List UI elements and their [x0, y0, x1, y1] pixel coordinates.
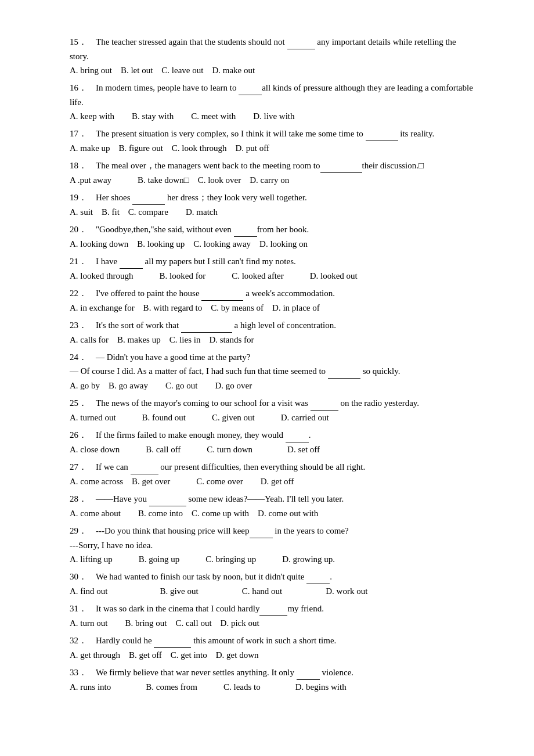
question-block-30: 30． We had wanted to finish our task by …: [70, 570, 476, 598]
question-number-30: 30．: [70, 572, 96, 581]
question-options-30: A. find out B. give out C. hand out D. w…: [70, 584, 476, 598]
question-number-28: 28．: [70, 494, 96, 503]
question-options-33: A. runs into B. comes from C. leads to D…: [70, 680, 476, 694]
question-options-32: A. get through B. get off C. get into D.…: [70, 648, 476, 662]
question-options-29: A. lifting up B. going up C. bringing up…: [70, 552, 476, 566]
question-options-19: A. suit B. fit C. compare D. match: [70, 205, 476, 219]
question-block-29: 29． ---Do you think that housing price w…: [70, 524, 476, 566]
question-options-20: A. looking down B. looking up C. looking…: [70, 237, 476, 251]
question-text-20: 20． "Goodbye,then,"she said, without eve…: [70, 222, 476, 237]
question-text-30: 30． We had wanted to finish our task by …: [70, 570, 476, 584]
question-options-31: A. turn out B. bring out C. call out D. …: [70, 616, 476, 630]
question-block-16: 16． In modern times, people have to lear…: [70, 81, 476, 123]
question-text-29: ---Sorry, I have no idea.: [70, 538, 476, 552]
question-number-16: 16．: [70, 83, 96, 92]
question-text-29: 29． ---Do you think that housing price w…: [70, 524, 476, 538]
question-number-20: 20．: [70, 225, 96, 234]
question-block-33: 33． We firmly believe that war never set…: [70, 665, 476, 694]
question-block-21: 21． I have all my papers but I still can…: [70, 254, 476, 283]
question-text-24: — Of course I did. As a matter of fact, …: [70, 364, 476, 379]
question-text-32: 32． Hardly could he this amount of work …: [70, 633, 476, 648]
question-block-28: 28． ——Have you some new ideas?——Yeah. I'…: [70, 492, 476, 520]
question-number-22: 22．: [70, 289, 96, 298]
question-number-32: 32．: [70, 636, 96, 645]
question-text-28: 28． ——Have you some new ideas?——Yeah. I'…: [70, 492, 476, 506]
question-number-23: 23．: [70, 321, 96, 330]
question-number-25: 25．: [70, 398, 96, 408]
question-text-26: 26． If the firms failed to make enough m…: [70, 428, 476, 442]
question-text-27: 27． If we can our present difficulties, …: [70, 460, 476, 474]
question-block-31: 31． It was so dark in the cinema that I …: [70, 602, 476, 630]
question-options-24: A. go by B. go away C. go out D. go over: [70, 379, 476, 393]
question-text-33: 33． We firmly believe that war never set…: [70, 665, 476, 680]
question-text-25: 25． The news of the mayor's coming to ou…: [70, 396, 476, 411]
question-number-31: 31．: [70, 604, 96, 613]
question-block-15: 15． The teacher stressed again that the …: [70, 35, 476, 77]
question-options-27: A. come across B. get over C. come over …: [70, 474, 476, 488]
question-options-23: A. calls for B. makes up C. lies in D. s…: [70, 333, 476, 347]
question-options-26: A. close down B. call off C. turn down D…: [70, 442, 476, 456]
question-options-18: A .put away B. take down□ C. look over D…: [70, 173, 476, 187]
question-number-26: 26．: [70, 430, 96, 440]
question-options-25: A. turned out B. found out C. given out …: [70, 411, 476, 424]
question-options-21: A. looked through B. looked for C. looke…: [70, 269, 476, 283]
question-number-17: 17．: [70, 129, 96, 138]
question-text-15: 15． The teacher stressed again that the …: [70, 35, 476, 63]
question-block-17: 17． The present situation is very comple…: [70, 127, 476, 155]
question-text-22: 22． I've offered to paint the house a we…: [70, 286, 476, 301]
question-text-31: 31． It was so dark in the cinema that I …: [70, 602, 476, 616]
question-number-33: 33．: [70, 668, 96, 677]
question-block-24: 24． — Didn't you have a good time at the…: [70, 350, 476, 393]
question-block-26: 26． If the firms failed to make enough m…: [70, 428, 476, 456]
question-number-19: 19．: [70, 193, 96, 202]
question-block-18: 18． The meal over，the managers went back…: [70, 159, 476, 187]
question-text-18: 18． The meal over，the managers went back…: [70, 159, 476, 173]
exam-content: 15． The teacher stressed again that the …: [70, 35, 476, 694]
question-block-32: 32． Hardly could he this amount of work …: [70, 633, 476, 662]
question-options-17: A. make up B. figure out C. look through…: [70, 141, 476, 155]
question-text-17: 17． The present situation is very comple…: [70, 127, 476, 141]
question-block-22: 22． I've offered to paint the house a we…: [70, 286, 476, 315]
question-text-16: 16． In modern times, people have to lear…: [70, 81, 476, 109]
question-options-15: A. bring out B. let out C. leave out D. …: [70, 63, 476, 77]
question-text-21: 21． I have all my papers but I still can…: [70, 254, 476, 269]
question-options-28: A. come about B. come into C. come up wi…: [70, 506, 476, 520]
question-options-22: A. in exchange for B. with regard to C. …: [70, 301, 476, 315]
question-text-24: 24． — Didn't you have a good time at the…: [70, 350, 476, 364]
question-number-15: 15．: [70, 37, 96, 46]
question-text-23: 23． It's the sort of work that a high le…: [70, 318, 476, 333]
question-block-19: 19． Her shoes her dress；they look very w…: [70, 190, 476, 219]
question-block-25: 25． The news of the mayor's coming to ou…: [70, 396, 476, 424]
question-number-24: 24．: [70, 352, 96, 362]
question-block-20: 20． "Goodbye,then,"she said, without eve…: [70, 222, 476, 251]
question-block-23: 23． It's the sort of work that a high le…: [70, 318, 476, 347]
question-number-21: 21．: [70, 257, 96, 266]
question-block-27: 27． If we can our present difficulties, …: [70, 460, 476, 488]
question-options-16: A. keep with B. stay with C. meet with D…: [70, 109, 476, 123]
question-number-18: 18．: [70, 161, 96, 170]
question-number-27: 27．: [70, 462, 96, 471]
question-text-19: 19． Her shoes her dress；they look very w…: [70, 190, 476, 205]
question-number-29: 29．: [70, 526, 96, 535]
